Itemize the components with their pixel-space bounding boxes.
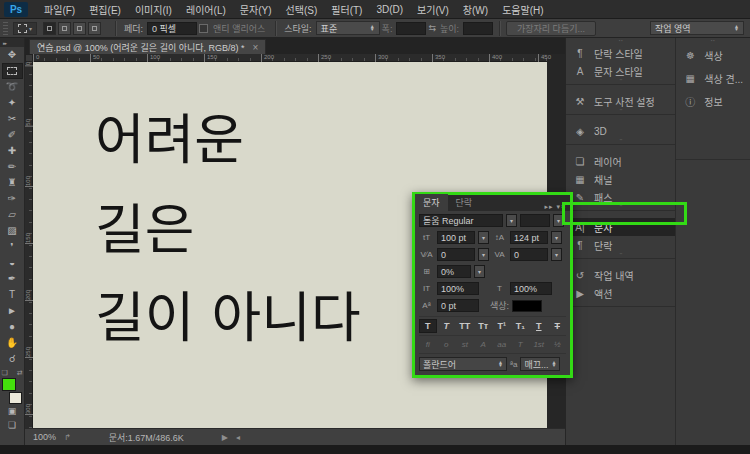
font-style-field[interactable] [520,214,550,227]
subscript-button[interactable]: T₁ [512,319,530,333]
feather-input[interactable]: 0 픽셀 [147,22,197,35]
tab-paragraph[interactable]: 단락 [448,194,481,211]
dropdown-arrow-icon[interactable] [551,231,562,244]
hand-tool[interactable]: ✋ [2,335,23,351]
ligatures-button[interactable]: fi [419,338,437,350]
font-family-field[interactable]: 돋움 Regular [419,214,503,227]
magic-wand-tool[interactable]: ✦ [2,95,23,111]
eraser-tool[interactable]: ▱ [2,207,23,223]
text-color-swatch[interactable] [512,300,542,312]
panel-menu-icons[interactable]: ▸▸ ▾≡ [544,203,570,211]
menu-image[interactable]: 이미지(I) [128,2,179,17]
menu-help[interactable]: 도움말(H) [495,2,550,17]
ruler-vertical[interactable]: 0 50 100 150 200 250 300 [25,62,33,428]
font-size-field[interactable]: 100 pt [437,231,475,244]
superscript-button[interactable]: T¹ [493,319,511,333]
menu-window[interactable]: 창(W) [456,2,495,17]
strikethrough-button[interactable]: T [549,319,567,333]
swap-colors-icon[interactable]: ⇄ [17,369,23,377]
height-input[interactable] [463,22,493,35]
panel-button-paragraph-styles[interactable]: ¶ 단락 스타일 [566,44,675,62]
shape-tool[interactable]: ● [2,319,23,335]
eyedropper-tool[interactable]: ✐ [2,127,23,143]
zoom-level[interactable]: 100% [33,432,56,442]
dropdown-arrow-icon[interactable] [551,248,562,261]
tab-close-icon[interactable]: × [253,42,259,53]
dropdown-arrow-icon[interactable] [474,265,485,278]
width-input[interactable] [396,22,426,35]
background-color-swatch[interactable] [9,392,22,404]
antialias-checkbox[interactable] [199,24,208,33]
path-selection-tool[interactable]: ► [2,303,23,319]
panel-button-character[interactable]: A| 문자 [566,218,675,236]
marquee-tool[interactable] [2,63,23,79]
menu-file[interactable]: 파일(F) [37,2,82,17]
options-bar-grip[interactable] [3,22,8,35]
refine-edge-button[interactable]: 가장자리 다듬기... [506,21,596,36]
language-dropdown[interactable]: 폴란드어 [419,357,507,371]
zoom-tool[interactable]: ☌ [2,351,23,367]
tool-preset-button[interactable]: ▾ [13,22,37,35]
panel-button-channels[interactable]: ▦ 채널 [566,170,675,188]
menu-select[interactable]: 선택(S) [279,2,325,17]
tab-character[interactable]: 문자 [415,194,448,211]
panel-button-layers[interactable]: ❏ 레이어 [566,152,675,170]
lasso-tool[interactable]: ➰ [2,79,23,95]
dodge-tool[interactable]: ◒ [2,255,23,271]
panel-button-info[interactable]: ⓘ 정보 [676,90,750,113]
document-tab[interactable]: 연습.psd @ 100% (어려운 길은 길이 아니다, RGB/8) * × [29,39,266,54]
panel-button-swatches[interactable]: ▦ 색상 견... [676,67,750,90]
quick-mask-button[interactable]: ▣ [2,404,23,418]
underline-button[interactable]: T [530,319,548,333]
horizontal-scale-field[interactable]: 100% [510,282,552,295]
small-caps-button[interactable]: Tт [475,319,493,333]
tools-collapse-button[interactable]: ▸▸ [0,38,24,47]
brush-tool[interactable]: ✏ [2,159,23,175]
contextual-alternates-button[interactable]: aa [493,338,511,350]
selection-mode-subtract[interactable] [73,22,86,35]
fractions-button[interactable]: ½ [549,338,567,350]
titling-alternates-button[interactable]: A [475,338,493,350]
screen-mode-button[interactable]: ❏ [2,418,23,432]
ratio-field[interactable]: 0% [437,265,471,278]
link-dimensions-icon[interactable]: ⇆ [428,23,436,33]
stylistic-alternates-button[interactable]: T [512,338,530,350]
selection-mode-add[interactable] [58,22,71,35]
crop-tool[interactable]: ✂ [2,111,23,127]
menu-view[interactable]: 보기(V) [410,2,456,17]
menu-3d[interactable]: 3D(D) [369,4,410,15]
swash-button[interactable]: o [438,338,456,350]
gradient-tool[interactable]: ▨ [2,223,23,239]
panel-button-history[interactable]: ↺ 작업 내역 [566,266,675,284]
foreground-color-swatch[interactable] [2,378,16,391]
history-brush-tool[interactable]: ✑ [2,191,23,207]
clone-stamp-tool[interactable]: ♜ [2,175,23,191]
faux-bold-button[interactable]: T [419,319,437,333]
ordinals-button[interactable]: 1st [530,338,548,350]
healing-brush-tool[interactable]: ✚ [2,143,23,159]
workspace-dropdown[interactable]: 작업 영역 [650,21,744,35]
panel-button-color[interactable]: ☸ 색상 [676,44,750,67]
vertical-scale-field[interactable]: 100% [437,282,479,295]
all-caps-button[interactable]: TT [456,319,474,333]
baseline-shift-field[interactable]: 0 pt [437,299,479,312]
leading-field[interactable]: 124 pt [510,231,548,244]
blur-tool[interactable]: ❜ [2,239,23,255]
status-prev-icon[interactable]: ◂ [236,433,240,442]
dropdown-arrow-icon[interactable] [478,248,489,261]
menu-type[interactable]: 문자(Y) [233,2,279,17]
type-tool[interactable]: T [2,287,23,303]
selection-mode-new[interactable] [43,22,56,35]
status-next-icon[interactable]: ▶ [222,433,228,442]
dropdown-arrow-icon[interactable] [478,231,489,244]
dropdown-arrow-icon[interactable] [506,214,517,227]
antialias-dropdown[interactable]: 매끄... [520,357,560,371]
default-colors-icon[interactable]: ❏ [2,369,8,377]
discretionary-ligatures-button[interactable]: st [456,338,474,350]
ruler-corner[interactable] [25,54,33,62]
dropdown-arrow-icon[interactable] [553,214,564,227]
ruler-horizontal[interactable]: 0 50 100 150 200 250 300 350 400 450 [33,54,547,62]
move-tool[interactable]: ✥ [2,47,23,63]
kerning-field[interactable]: 0 [437,248,475,261]
selection-mode-intersect[interactable] [88,22,101,35]
